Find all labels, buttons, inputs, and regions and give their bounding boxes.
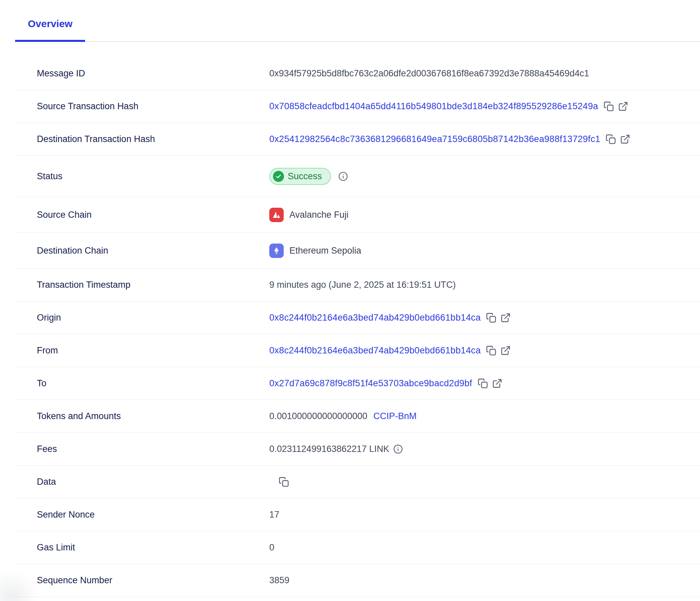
dest-chain-name: Ethereum Sepolia <box>290 246 361 256</box>
fees-label: Fees <box>15 444 269 454</box>
source-chain-name: Avalanche Fuji <box>290 210 349 220</box>
message-id-value-cell: 0x934f57925b5d8fbc763c2a06dfe2d003676816… <box>269 68 700 79</box>
ethereum-icon <box>269 244 284 258</box>
row-source-chain: Source Chain Avalanche Fuji <box>15 197 700 233</box>
copy-icon[interactable] <box>603 101 614 111</box>
timestamp-label: Transaction Timestamp <box>15 280 269 290</box>
token-amount: 0.001000000000000000 <box>269 411 368 421</box>
row-message-id: Message ID 0x934f57925b5d8fbc763c2a06dfe… <box>15 57 700 90</box>
from-label: From <box>15 345 269 356</box>
sequence-number-label: Sequence Number <box>15 575 269 585</box>
origin-address-link[interactable]: 0x8c244f0b2164e6a3bed74ab429b0ebd661bb14… <box>269 312 481 323</box>
row-origin: Origin 0x8c244f0b2164e6a3bed74ab429b0ebd… <box>15 301 700 334</box>
tab-overview-label: Overview <box>28 18 72 29</box>
external-link-icon[interactable] <box>500 345 511 356</box>
sender-nonce-value-cell: 17 <box>269 509 700 520</box>
tokens-value-cell: 0.001000000000000000 CCIP-BnM <box>269 411 700 421</box>
copy-icon[interactable] <box>279 477 289 487</box>
source-chain-label: Source Chain <box>15 210 269 220</box>
source-chain-value-cell: Avalanche Fuji <box>269 208 700 222</box>
status-badge: Success <box>269 168 331 185</box>
gas-limit-value: 0 <box>269 542 274 553</box>
sequence-number-value: 3859 <box>269 575 290 585</box>
overview-detail-list: Message ID 0x934f57925b5d8fbc763c2a06dfe… <box>15 42 700 597</box>
dest-chain-label: Destination Chain <box>15 246 269 256</box>
external-link-icon[interactable] <box>500 312 511 323</box>
tab-active-underline <box>15 40 85 42</box>
dest-chain-value-cell: Ethereum Sepolia <box>269 244 700 258</box>
timestamp-value: 9 minutes ago (June 2, 2025 at 16:19:51 … <box>269 280 456 290</box>
token-symbol-link[interactable]: CCIP-BnM <box>373 411 417 421</box>
row-source-transaction-hash: Source Transaction Hash 0x70858cfeadcfbd… <box>15 90 700 123</box>
sender-nonce-value: 17 <box>269 509 279 520</box>
row-status: Status Success <box>15 156 700 197</box>
row-from: From 0x8c244f0b2164e6a3bed74ab429b0ebd66… <box>15 334 700 367</box>
row-data: Data <box>15 466 700 499</box>
ccip-transaction-overview-page: Overview Message ID 0x934f57925b5d8fbc76… <box>0 0 700 601</box>
copy-icon[interactable] <box>486 345 496 356</box>
to-address-link[interactable]: 0x27d7a69c878f9c8f51f4e53703abce9bacd2d9… <box>269 378 472 389</box>
data-value-cell <box>269 477 700 487</box>
check-icon <box>273 171 284 182</box>
tokens-label: Tokens and Amounts <box>15 411 269 421</box>
from-value-cell: 0x8c244f0b2164e6a3bed74ab429b0ebd661bb14… <box>269 345 700 356</box>
sequence-number-value-cell: 3859 <box>269 575 700 585</box>
info-icon[interactable] <box>338 172 348 181</box>
dest-tx-label: Destination Transaction Hash <box>15 134 269 144</box>
external-link-icon[interactable] <box>492 378 502 389</box>
avalanche-icon <box>269 208 284 222</box>
row-sequence-number: Sequence Number 3859 <box>15 564 700 597</box>
source-tx-value-cell: 0x70858cfeadcfbd1404a65dd4116b549801bde3… <box>269 101 700 111</box>
row-transaction-timestamp: Transaction Timestamp 9 minutes ago (Jun… <box>15 269 700 301</box>
row-tokens-and-amounts: Tokens and Amounts 0.001000000000000000 … <box>15 400 700 433</box>
dest-tx-value-cell: 0x25412982564c8c7363681296681649ea7159c6… <box>269 134 700 144</box>
message-id-value: 0x934f57925b5d8fbc763c2a06dfe2d003676816… <box>269 68 589 79</box>
row-gas-limit: Gas Limit 0 <box>15 531 700 564</box>
tab-overview[interactable]: Overview <box>15 18 85 41</box>
row-sender-nonce: Sender Nonce 17 <box>15 499 700 531</box>
timestamp-value-cell: 9 minutes ago (June 2, 2025 at 16:19:51 … <box>269 280 700 290</box>
from-address-link[interactable]: 0x8c244f0b2164e6a3bed74ab429b0ebd661bb14… <box>269 345 481 356</box>
status-value-cell: Success <box>269 168 700 185</box>
copy-icon[interactable] <box>478 378 488 389</box>
status-label: Status <box>15 171 269 181</box>
origin-value-cell: 0x8c244f0b2164e6a3bed74ab429b0ebd661bb14… <box>269 312 700 323</box>
row-fees: Fees 0.023112499163862217 LINK <box>15 433 700 466</box>
row-destination-transaction-hash: Destination Transaction Hash 0x254129825… <box>15 123 700 156</box>
copy-icon[interactable] <box>605 134 616 144</box>
sender-nonce-label: Sender Nonce <box>15 509 269 520</box>
to-value-cell: 0x27d7a69c878f9c8f51f4e53703abce9bacd2d9… <box>269 378 700 389</box>
info-icon[interactable] <box>393 444 403 454</box>
source-tx-label: Source Transaction Hash <box>15 101 269 111</box>
message-id-label: Message ID <box>15 68 269 79</box>
gas-limit-value-cell: 0 <box>269 542 700 553</box>
fees-amount: 0.023112499163862217 LINK <box>269 444 389 454</box>
fees-value-cell: 0.023112499163862217 LINK <box>269 444 700 454</box>
row-to: To 0x27d7a69c878f9c8f51f4e53703abce9bacd… <box>15 367 700 400</box>
row-destination-chain: Destination Chain Ethereum Sepolia <box>15 233 700 269</box>
gas-limit-label: Gas Limit <box>15 542 269 553</box>
external-link-icon[interactable] <box>618 101 628 111</box>
data-label: Data <box>15 477 269 487</box>
source-tx-hash-link[interactable]: 0x70858cfeadcfbd1404a65dd4116b549801bde3… <box>269 101 598 111</box>
copy-icon[interactable] <box>486 312 496 323</box>
origin-label: Origin <box>15 312 269 323</box>
external-link-icon[interactable] <box>620 134 630 144</box>
to-label: To <box>15 378 269 389</box>
dest-tx-hash-link[interactable]: 0x25412982564c8c7363681296681649ea7159c6… <box>269 134 600 144</box>
status-badge-text: Success <box>288 171 322 181</box>
tab-bar: Overview <box>15 18 700 42</box>
